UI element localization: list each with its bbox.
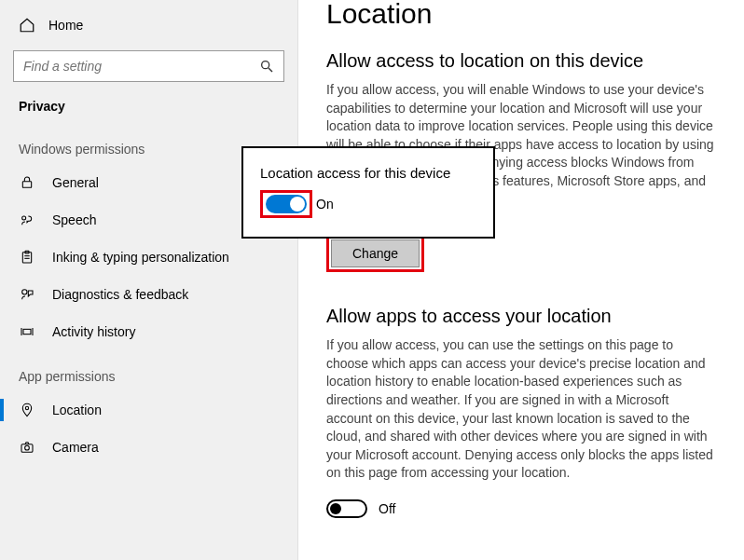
svg-point-3 — [22, 216, 26, 220]
sidebar-item-location[interactable]: Location — [0, 391, 297, 429]
home-link[interactable]: Home — [0, 9, 297, 41]
svg-point-12 — [25, 406, 28, 409]
clipboard-icon — [19, 250, 35, 265]
svg-line-1 — [269, 68, 272, 72]
group-app-permissions: App permissions — [0, 350, 297, 391]
location-access-popup: Location access for this device On — [241, 146, 495, 239]
toggle-off-label: Off — [379, 501, 395, 516]
home-icon — [19, 17, 35, 34]
svg-point-0 — [262, 61, 269, 69]
sidebar-item-diagnostics[interactable]: Diagnostics & feedback — [0, 276, 297, 313]
search-icon — [259, 59, 274, 74]
category-label: Privacy — [0, 88, 297, 123]
sidebar-item-inking[interactable]: Inking & typing personalization — [0, 239, 297, 276]
sidebar-item-label: Location — [52, 403, 102, 417]
search-box[interactable] — [13, 50, 284, 82]
svg-rect-2 — [22, 182, 31, 188]
sidebar-item-label: Diagnostics & feedback — [52, 287, 188, 302]
speech-icon — [19, 212, 35, 227]
highlight-change: Change — [326, 235, 424, 272]
sidebar-item-label: Inking & typing personalization — [52, 250, 229, 265]
location-icon — [19, 403, 35, 417]
apps-location-toggle[interactable] — [326, 499, 367, 518]
feedback-icon — [19, 287, 35, 302]
svg-point-14 — [25, 445, 30, 450]
svg-rect-11 — [23, 329, 31, 334]
highlight-toggle — [260, 190, 312, 218]
sidebar-item-label: Speech — [52, 212, 96, 227]
sidebar-item-label: Activity history — [52, 324, 135, 339]
sidebar-item-label: General — [52, 175, 99, 190]
popup-title: Location access for this device — [260, 165, 476, 181]
camera-icon — [19, 440, 35, 455]
search-input[interactable] — [23, 59, 259, 74]
section2-title: Allow apps to access your location — [326, 306, 725, 327]
timeline-icon — [19, 324, 35, 339]
device-location-toggle[interactable] — [266, 195, 307, 213]
home-label: Home — [48, 18, 83, 33]
content-area: Location Allow access to location on thi… — [298, 0, 744, 560]
sidebar-item-activity[interactable]: Activity history — [0, 313, 297, 350]
sidebar-item-label: Camera — [52, 440, 99, 455]
page-title: Location — [326, 0, 725, 30]
section2-body: If you allow access, you can use the set… — [326, 336, 718, 483]
sidebar-item-camera[interactable]: Camera — [0, 429, 297, 466]
lock-icon — [19, 175, 35, 190]
section1-title: Allow access to location on this device — [326, 50, 725, 72]
change-button[interactable]: Change — [331, 239, 420, 267]
toggle-on-label: On — [316, 197, 334, 212]
sidebar: Home Privacy Windows permissions General… — [0, 0, 298, 560]
svg-point-8 — [22, 290, 27, 294]
